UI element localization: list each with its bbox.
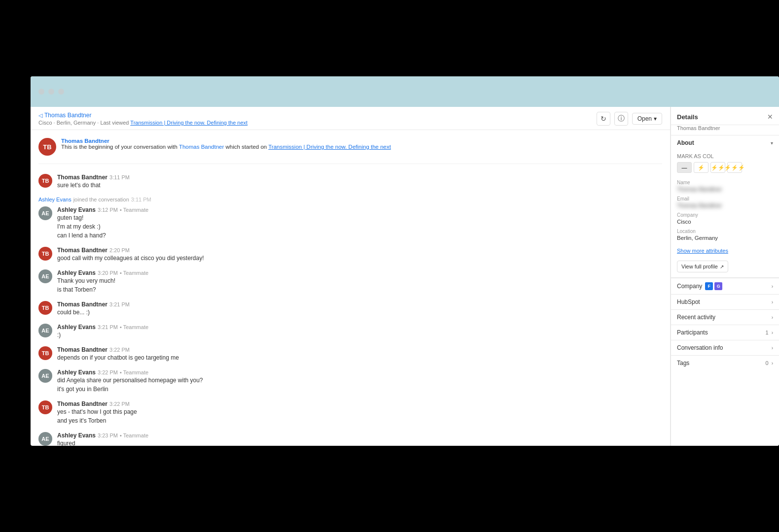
- message-text: yes - that's how I got this pageand yes …: [57, 407, 662, 425]
- participants-chevron: ›: [772, 330, 773, 335]
- company-row-label: Company: [677, 283, 702, 290]
- message-text: could be... :): [57, 308, 662, 317]
- company-icon-f: F: [705, 282, 713, 290]
- open-button[interactable]: Open ▾: [632, 113, 662, 125]
- info-button[interactable]: ⓘ: [614, 112, 628, 126]
- traffic-light-3[interactable]: [58, 89, 64, 95]
- message-text: guten tag!I'm at my desk :)can I lend a …: [57, 213, 662, 240]
- details-sidebar: Details ✕ Thomas Bandtner About ▾ MARK A…: [671, 107, 779, 446]
- visitor-avatar: TB: [38, 174, 52, 188]
- name-field: Name Thomas Bandtner: [677, 180, 773, 192]
- close-button[interactable]: ✕: [767, 113, 773, 121]
- mark-btn-med[interactable]: ⚡⚡: [710, 162, 725, 173]
- visitor-avatar: TB: [38, 400, 52, 414]
- mark-btn-low[interactable]: ⚡: [694, 162, 708, 173]
- message-group: TB Thomas Bandtner 3:22 PM yes - that's …: [38, 400, 662, 425]
- chat-header-right: ↻ ⓘ Open ▾: [597, 112, 662, 126]
- contact-avatar: TB: [38, 138, 56, 156]
- system-message: Ashley Evans joined the conversation 3:1…: [38, 197, 662, 202]
- message-group: AE Ashley Evans 3:22 PM • Teammate did A…: [38, 369, 662, 394]
- message-content: Ashley Evans 3:23 PM • Teammate figured: [57, 432, 662, 446]
- participants-count: 1: [766, 330, 769, 335]
- message-group: TB Thomas Bandtner 2:20 PM good call wit…: [38, 247, 662, 263]
- contact-fields: Name Thomas Bandtner Email Thomas Bandtn…: [671, 177, 779, 248]
- message-content: Ashley Evans 3:12 PM • Teammate guten ta…: [57, 206, 662, 240]
- visitor-avatar: TB: [38, 346, 52, 360]
- company-field-label: Company: [677, 212, 773, 218]
- tags-chevron: ›: [772, 361, 773, 366]
- email-value: Thomas Bandtner: [677, 202, 773, 208]
- message-text: depends on if your chatbot is geo target…: [57, 353, 662, 362]
- email-label: Email: [677, 196, 773, 201]
- agent-avatar: AE: [38, 432, 52, 446]
- recent-activity-row[interactable]: Recent activity ›: [671, 309, 779, 325]
- agent-avatar: AE: [38, 206, 52, 220]
- message-text: :): [57, 331, 662, 339]
- message-content: Thomas Bandtner 3:22 PM yes - that's how…: [57, 400, 662, 425]
- company-chevron: ›: [772, 284, 773, 289]
- conversation-info-label: Conversation info: [677, 344, 723, 351]
- participants-row[interactable]: Participants 1 ›: [671, 325, 779, 340]
- recent-activity-label: Recent activity: [677, 314, 715, 321]
- mark-btn-high[interactable]: ⚡⚡⚡: [727, 162, 742, 173]
- message-group: AE Ashley Evans 3:21 PM • Teammate :): [38, 324, 662, 339]
- message-text: Thank you very much!is that Torben?: [57, 276, 662, 294]
- agent-avatar: AE: [38, 324, 52, 337]
- view-full-profile-button[interactable]: View full profile ↗: [677, 261, 728, 272]
- message-content: Ashley Evans 3:22 PM • Teammate did Ange…: [57, 369, 662, 394]
- about-label: About: [677, 139, 694, 146]
- traffic-light-1[interactable]: [38, 89, 44, 95]
- visitor-avatar: TB: [38, 301, 52, 315]
- top-bar: [31, 76, 779, 107]
- conversation-info-chevron: ›: [772, 345, 773, 351]
- hubspot-chevron: ›: [772, 299, 773, 305]
- traffic-light-2[interactable]: [48, 89, 54, 95]
- message-group: AE Ashley Evans 3:20 PM • Teammate Thank…: [38, 269, 662, 294]
- location-value: Berlin, Germany: [677, 235, 773, 241]
- page-link[interactable]: Transmission | Driving the now. Defining…: [268, 144, 391, 150]
- message-group: AE Ashley Evans 3:23 PM • Teammate figur…: [38, 432, 662, 446]
- message-group: AE Ashley Evans 3:12 PM • Teammate guten…: [38, 206, 662, 240]
- name-value: Thomas Bandtner: [677, 186, 773, 192]
- message-content: Thomas Bandtner 3:22 PM depends on if yo…: [57, 346, 662, 362]
- contact-subtitle: Cisco · Berlin, Germany · Last viewed Tr…: [38, 120, 248, 126]
- visitor-avatar: TB: [38, 247, 52, 261]
- mark-as-col: MARK AS COL — ⚡ ⚡⚡ ⚡⚡⚡: [671, 150, 779, 177]
- message-content: Thomas Bandtner 3:21 PM could be... :): [57, 301, 662, 317]
- about-section: About ▾ MARK AS COL — ⚡ ⚡⚡ ⚡⚡⚡: [671, 135, 779, 278]
- company-icons: F G: [705, 282, 722, 290]
- conversation-start: TB Thomas Bandtner This is the beginning…: [38, 138, 662, 164]
- location-label: Location: [677, 229, 773, 234]
- conversation-info-row[interactable]: Conversation info ›: [671, 340, 779, 355]
- mark-btn-none[interactable]: —: [677, 162, 692, 173]
- message-content: Thomas Bandtner 2:20 PM good call with m…: [57, 247, 662, 263]
- message-text: good call with my colleagues at cisco yo…: [57, 254, 662, 263]
- agent-avatar: AE: [38, 269, 52, 283]
- chat-panel: ◁ Thomas Bandtner Cisco · Berlin, German…: [31, 107, 671, 446]
- hubspot-label: HubSpot: [677, 299, 700, 305]
- location-field: Location Berlin, Germany: [677, 229, 773, 241]
- refresh-button[interactable]: ↻: [597, 112, 610, 126]
- email-field: Email Thomas Bandtner: [677, 196, 773, 208]
- message-text: sure let's do that: [57, 181, 662, 190]
- mark-as-label: MARK AS COL: [677, 153, 773, 159]
- contact-name-link[interactable]: ◁ Thomas Bandtner: [38, 112, 248, 119]
- name-label: Name: [677, 180, 773, 185]
- main-area: ◁ Thomas Bandtner Cisco · Berlin, German…: [31, 107, 779, 446]
- chat-messages[interactable]: TB Thomas Bandtner This is the beginning…: [31, 130, 670, 446]
- details-contact-name: Thomas Bandtner: [671, 125, 779, 135]
- last-viewed-link[interactable]: Transmission | Driving the now. Defining…: [130, 120, 248, 126]
- message-text: did Angela share our personalised homepa…: [57, 376, 662, 394]
- about-section-header[interactable]: About ▾: [671, 135, 779, 150]
- chat-header: ◁ Thomas Bandtner Cisco · Berlin, German…: [31, 107, 670, 130]
- message-content: Ashley Evans 3:21 PM • Teammate :): [57, 324, 662, 339]
- contact-name: Thomas Bandtner: [44, 112, 91, 119]
- tags-row[interactable]: Tags 0 ›: [671, 355, 779, 370]
- company-value: Cisco: [677, 219, 773, 225]
- company-field: Company Cisco: [677, 212, 773, 225]
- hubspot-row[interactable]: HubSpot ›: [671, 294, 779, 309]
- company-row[interactable]: Company F G ›: [671, 278, 779, 294]
- company-icon-g: G: [714, 282, 722, 290]
- show-more-link[interactable]: Show more attributes: [671, 248, 779, 258]
- message-content: Thomas Bandtner 3:11 PM sure let's do th…: [57, 174, 662, 190]
